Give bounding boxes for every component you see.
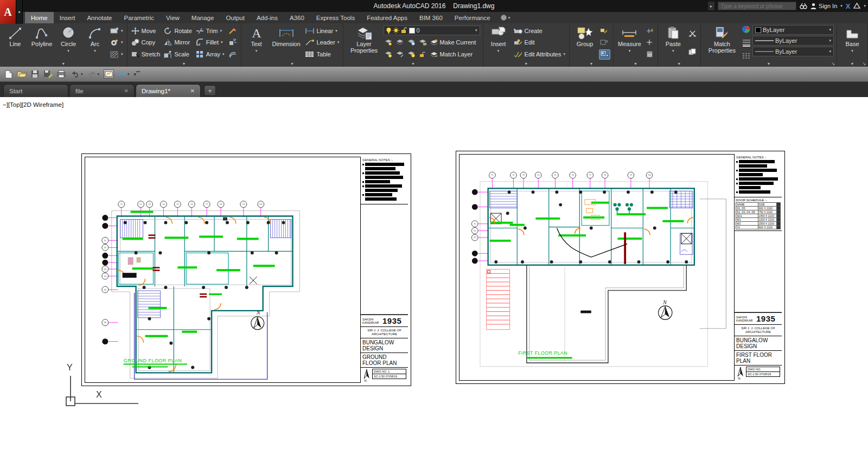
redo-caret[interactable]: ▾	[98, 72, 100, 76]
create-block-button[interactable]: Create	[513, 25, 566, 36]
lineweight-icon[interactable]	[742, 39, 751, 47]
offset-button[interactable]	[227, 49, 238, 60]
rectangle-button[interactable]: ▾	[109, 25, 124, 36]
base-button[interactable]: Base▾	[840, 25, 865, 60]
fillet-button[interactable]: Fillet▾	[195, 37, 226, 48]
file-tab-file[interactable]: file✕	[69, 84, 135, 97]
layer-freeze-icon[interactable]	[407, 39, 415, 46]
rotate-button[interactable]: Rotate	[163, 25, 193, 36]
measure-button[interactable]: Measure▾	[616, 25, 643, 60]
layer-lock-icon[interactable]	[419, 39, 426, 46]
qat-open-button[interactable]	[17, 70, 27, 78]
tab-manage[interactable]: Manage	[186, 12, 220, 23]
line-button[interactable]: Line	[3, 25, 28, 60]
qat-undo-button[interactable]: ▾	[71, 71, 83, 78]
panel-block-expander[interactable]: ▼	[483, 60, 569, 67]
quick-calc-button[interactable]	[644, 49, 655, 60]
make-current-button[interactable]: Make Current	[430, 39, 476, 46]
qat-saveas-button[interactable]	[43, 70, 53, 78]
sign-in-button[interactable]: Sign In	[810, 1, 837, 11]
panel-layers-expander[interactable]: ▼	[343, 60, 482, 67]
linetype-select[interactable]: ByLayer▾	[752, 47, 834, 56]
insert-button[interactable]: Insert▾	[486, 25, 511, 60]
workspace-caret[interactable]: ▾	[127, 72, 130, 76]
layer-thaw-all-icon[interactable]	[396, 51, 404, 57]
ungroup-button[interactable]	[599, 25, 610, 36]
tab-addins[interactable]: Add-ins	[251, 12, 284, 23]
undo-caret[interactable]: ▾	[81, 72, 83, 76]
exchange-apps-button[interactable]: X	[846, 1, 851, 11]
qat-plot-button[interactable]	[57, 70, 66, 78]
qat-redo-button[interactable]: ▾	[87, 71, 100, 78]
tab-express-tools[interactable]: Express Tools	[310, 12, 361, 23]
viewport-minimize-control[interactable]: −]	[3, 101, 8, 108]
arc-button[interactable]: Arc▾	[82, 25, 107, 60]
tab-annotate[interactable]: Annotate	[81, 12, 118, 23]
quick-measure-button[interactable]	[644, 25, 655, 36]
erase-button[interactable]	[227, 25, 238, 36]
sign-in-caret[interactable]: ▾	[840, 4, 843, 8]
match-properties-button[interactable]: Match Properties	[704, 25, 741, 60]
paste-button[interactable]: Paste▾	[661, 25, 686, 60]
panel-annotation-expander[interactable]: ▼	[241, 60, 343, 67]
tab-a360[interactable]: A360	[284, 12, 310, 23]
panel-utilities-expander[interactable]: ▼	[614, 60, 658, 67]
group-button[interactable]: Group	[572, 25, 597, 60]
qat-new-button[interactable]	[4, 70, 12, 79]
layer-unlock-other-icon[interactable]	[419, 51, 426, 57]
panel-draw-expander[interactable]: ▼	[0, 60, 127, 67]
move-button[interactable]: Move	[130, 25, 162, 36]
linetype-icon[interactable]	[742, 52, 751, 60]
layer-properties-button[interactable]: Layer Properties	[346, 25, 381, 60]
file-tab-start[interactable]: Start	[3, 84, 68, 97]
panel-groups-expander[interactable]: ▼	[570, 60, 613, 67]
close-tab-icon[interactable]: ✕	[124, 88, 129, 94]
a360-caret[interactable]: ▾	[864, 4, 866, 8]
properties-dialog-launcher[interactable]: ↘	[831, 61, 835, 66]
panel-modify-expander[interactable]: ▼	[127, 60, 241, 67]
panel-clipboard-expander[interactable]: ▼	[658, 60, 700, 67]
insertion-dialog-launcher[interactable]: ↘	[862, 61, 866, 66]
file-tab-drawing1[interactable]: Drawing1*✕	[136, 84, 201, 97]
donut-button[interactable]: ▾	[109, 37, 124, 48]
edit-attributes-button[interactable]: Edit Attributes▾	[513, 49, 566, 60]
tab-parametric[interactable]: Parametric	[118, 12, 161, 23]
explode-button[interactable]	[227, 37, 238, 48]
tab-view[interactable]: View	[160, 12, 186, 23]
a360-button[interactable]	[853, 1, 860, 11]
tab-bim360[interactable]: BIM 360	[413, 12, 449, 23]
tab-insert[interactable]: Insert	[54, 12, 81, 23]
application-menu-button[interactable]: A	[0, 0, 16, 24]
viewport-view-control[interactable]: [Top]	[8, 101, 22, 108]
qat-layout-button[interactable]	[104, 69, 114, 79]
trim-button[interactable]: Trim▾	[195, 25, 226, 36]
layer-isolate-icon[interactable]	[396, 39, 404, 46]
close-tab-icon[interactable]: ✕	[190, 88, 195, 94]
layer-freeze-other-icon[interactable]	[407, 51, 415, 57]
viewport-visual-style-control[interactable]: [2D Wireframe]	[22, 101, 63, 108]
search-history-arrow-icon[interactable]: ▸	[708, 2, 714, 10]
panel-properties-expander[interactable]: ▼↘	[701, 60, 837, 67]
ribbon-display-toggle[interactable]: ▾	[501, 12, 510, 23]
layer-turn-on-icon[interactable]	[385, 51, 392, 57]
match-layer-button[interactable]: Match Layer	[430, 51, 473, 57]
copy-clip-button[interactable]	[687, 46, 698, 56]
panel-insertion-expander[interactable]: ▼↘	[837, 60, 867, 67]
search-input[interactable]	[718, 2, 796, 10]
group-selection-toggle[interactable]	[599, 49, 610, 60]
id-point-button[interactable]	[644, 37, 655, 48]
copy-button[interactable]: Copy	[130, 37, 162, 48]
layer-off-icon[interactable]	[385, 39, 392, 46]
hatch-button[interactable]: ▾	[109, 49, 124, 60]
leader-button[interactable]: Leader▾	[304, 37, 341, 48]
group-edit-button[interactable]: ±	[599, 37, 610, 48]
scale-button[interactable]: Scale	[163, 49, 193, 60]
layer-select[interactable]: 0 ▾	[384, 25, 480, 35]
polyline-button[interactable]: Polyline	[29, 25, 54, 60]
new-drawing-tab-button[interactable]: +	[204, 85, 216, 96]
lineweight-select[interactable]: ByLayer▾	[752, 36, 834, 46]
object-color-select[interactable]: ByLayer▾	[752, 25, 834, 35]
tab-performance[interactable]: Performance	[449, 12, 496, 23]
qat-save-button[interactable]	[31, 70, 39, 78]
array-button[interactable]: Array▾	[195, 49, 226, 60]
